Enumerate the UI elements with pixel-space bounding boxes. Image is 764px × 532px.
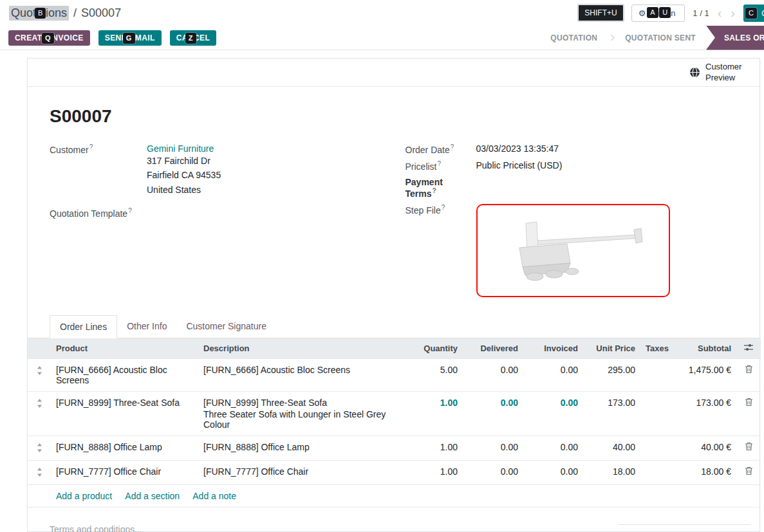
cell-invoiced[interactable]: 0.00	[523, 391, 583, 436]
step-file-image-field[interactable]	[476, 204, 670, 297]
delete-row-icon[interactable]	[736, 436, 761, 460]
totals-block: Total: 1,706.00 €	[618, 524, 750, 532]
kbd-hint-c: C	[745, 8, 757, 19]
table-row[interactable]: [FURN_8888] Office Lamp [FURN_8888] Offi…	[28, 436, 761, 460]
field-quotation-template: Quotation Template?	[50, 207, 382, 219]
address-line: 317 Fairchild Dr	[147, 154, 221, 168]
table-row[interactable]: [FURN_6666] Acoustic Bloc Screens [FURN_…	[28, 358, 761, 391]
cell-delivered[interactable]: 0.00	[463, 460, 523, 484]
pricelist-value[interactable]: Public Pricelist (USD)	[476, 160, 563, 172]
create-button[interactable]: C Create	[743, 5, 764, 22]
cell-subtotal[interactable]: 1,475.00 €	[678, 358, 736, 391]
delete-row-icon[interactable]	[736, 358, 761, 391]
column-header-delivered: Delivered	[463, 338, 523, 359]
delete-row-icon[interactable]	[736, 391, 761, 436]
kbd-hint-q: Q	[42, 33, 54, 44]
tab-order-lines[interactable]: Order Lines	[50, 315, 117, 338]
order-date-label: Order Date?	[405, 143, 476, 155]
cell-unit-price[interactable]: 18.00	[583, 460, 640, 484]
kbd-hint-b: B	[35, 8, 46, 19]
cell-description[interactable]: [FURN_6666] Acoustic Bloc Screens	[198, 358, 398, 391]
pager-next-icon[interactable]: ›	[730, 6, 736, 19]
cell-quantity[interactable]: 1.00	[398, 391, 463, 436]
add-product-link[interactable]: Add a product	[56, 491, 112, 501]
status-step-quotation-sent[interactable]: QUOTATION SENT	[615, 26, 706, 50]
terms-and-conditions-field[interactable]: Terms and conditions...	[50, 524, 142, 532]
status-step-quotation[interactable]: QUOTATION	[540, 26, 608, 50]
cell-product[interactable]: [FURN_8999] Three-Seat Sofa	[51, 391, 198, 436]
cell-taxes[interactable]	[640, 436, 678, 460]
field-order-date: Order Date? 03/03/2023 13:35:47	[405, 143, 738, 155]
cell-taxes[interactable]	[640, 460, 678, 484]
kbd-hint-g: G	[123, 33, 135, 44]
cell-unit-price[interactable]: 40.00	[583, 436, 640, 460]
table-row[interactable]: [FURN_8999] Three-Seat Sofa [FURN_8999] …	[28, 391, 761, 436]
customer-label: Customer?	[50, 143, 147, 155]
cell-subtotal[interactable]: 173.00 €	[678, 391, 736, 436]
cell-taxes[interactable]	[640, 391, 678, 436]
kbd-hint-u: U	[659, 7, 671, 18]
cell-unit-price[interactable]: 295.00	[583, 358, 640, 391]
cell-quantity[interactable]: 1.00	[398, 460, 463, 484]
optional-columns-button[interactable]	[736, 338, 761, 359]
cell-delivered[interactable]: 0.00	[463, 436, 523, 460]
address-line: Fairfield CA 94535	[147, 168, 221, 182]
customer-preview-button[interactable]: Customer Preview	[689, 62, 748, 83]
cell-quantity[interactable]: 5.00	[398, 358, 463, 391]
cell-description[interactable]: [FURN_8888] Office Lamp	[198, 436, 398, 460]
customer-link[interactable]: Gemini Furniture	[147, 143, 214, 154]
cell-subtotal[interactable]: 18.00 €	[678, 460, 736, 484]
customer-preview-label: Customer Preview	[705, 62, 748, 83]
field-grid: Customer? Gemini Furniture 317 Fairchild…	[50, 143, 738, 302]
cell-subtotal[interactable]: 40.00 €	[678, 436, 736, 460]
cell-product[interactable]: [FURN_7777] Office Chair	[51, 460, 198, 484]
action-menu-button[interactable]: ⚙ Action A U	[631, 5, 685, 22]
cancel-button[interactable]: CANCEL Z	[170, 30, 216, 46]
add-note-link[interactable]: Add a note	[192, 491, 236, 501]
cell-description[interactable]: [FURN_8999] Three-Seat Sofa Three Seater…	[198, 391, 398, 436]
gear-icon: ⚙	[638, 8, 646, 18]
cell-quantity[interactable]: 1.00	[398, 436, 463, 460]
tab-customer-signature[interactable]: Customer Signature	[176, 315, 276, 338]
top-bar: Quotations B / S00007 SHIFT+U ⚙ Action A…	[0, 0, 764, 26]
cell-product[interactable]: [FURN_8888] Office Lamp	[51, 436, 198, 460]
column-header-unit-price: Unit Price	[583, 338, 640, 359]
payment-terms-label: Payment Terms?	[405, 177, 476, 199]
topbar-controls: SHIFT+U ⚙ Action A U 1 / 1 ‹ › C Create	[578, 5, 755, 22]
delete-row-icon[interactable]	[736, 460, 761, 484]
drag-handle-icon[interactable]	[28, 436, 51, 460]
cell-product[interactable]: [FURN_6666] Acoustic Bloc Screens	[51, 358, 198, 391]
order-date-value[interactable]: 03/03/2023 13:35:47	[476, 143, 559, 155]
tab-other-info[interactable]: Other Info	[117, 315, 176, 338]
action-button-bar: CREATE INVOICE Q SEND EMAIL G CANCEL Z Q…	[0, 26, 764, 50]
order-lines-table: Product Description Quantity Delivered I…	[28, 338, 761, 508]
cell-invoiced[interactable]: 0.00	[523, 436, 583, 460]
help-marker-icon: ?	[89, 143, 93, 151]
cell-taxes[interactable]	[640, 358, 678, 391]
cell-delivered[interactable]: 0.00	[463, 391, 523, 436]
cell-unit-price[interactable]: 173.00	[583, 391, 640, 436]
cell-invoiced[interactable]: 0.00	[523, 460, 583, 484]
cell-delivered[interactable]: 0.00	[463, 358, 523, 391]
customer-address: 317 Fairchild Dr Fairfield CA 94535 Unit…	[147, 154, 221, 197]
quotation-template-label: Quotation Template?	[50, 207, 147, 219]
record-actions: CREATE INVOICE Q SEND EMAIL G CANCEL Z	[8, 30, 216, 46]
pager-previous-icon[interactable]: ‹	[717, 6, 723, 19]
cell-description[interactable]: [FURN_7777] Office Chair	[198, 460, 398, 484]
column-header-quantity: Quantity	[398, 338, 463, 359]
breadcrumb-current: S00007	[81, 6, 121, 20]
help-marker-icon: ?	[438, 160, 442, 167]
sheet-footer: Terms and conditions... Total: 1,706.00 …	[28, 508, 759, 532]
drag-handle-icon[interactable]	[28, 391, 51, 436]
drag-handle-icon[interactable]	[28, 358, 51, 391]
record-title: S00007	[50, 106, 738, 127]
status-bar: QUOTATION QUOTATION SENT SALES ORDER	[540, 26, 764, 50]
send-email-button[interactable]: SEND EMAIL G	[98, 30, 162, 46]
breadcrumb-quotations-link[interactable]: Quotations B	[9, 6, 69, 21]
cell-invoiced[interactable]: 0.00	[523, 358, 583, 391]
drag-handle-icon[interactable]	[28, 460, 51, 484]
status-step-sales-order[interactable]: SALES ORDER	[706, 26, 764, 50]
table-row[interactable]: [FURN_7777] Office Chair [FURN_7777] Off…	[28, 460, 761, 484]
add-section-link[interactable]: Add a section	[125, 491, 180, 501]
create-invoice-button[interactable]: CREATE INVOICE Q	[8, 30, 90, 46]
